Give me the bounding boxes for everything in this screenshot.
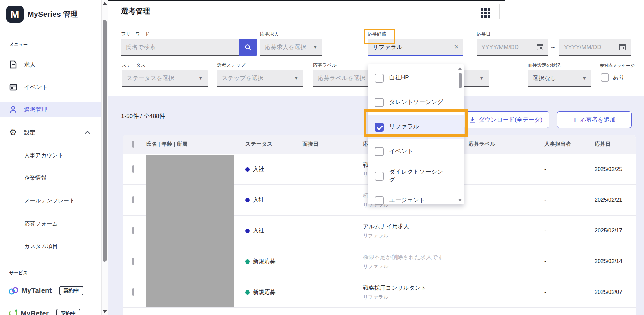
calendar-icon[interactable] xyxy=(619,44,626,50)
checkbox-icon[interactable] xyxy=(375,123,384,132)
freeword-label: フリーワード xyxy=(121,31,149,37)
sidebar-item-events[interactable]: イベント xyxy=(0,79,101,95)
select-all-checkbox[interactable] xyxy=(132,141,134,148)
hr-manager-cell: - xyxy=(544,228,595,234)
sidebar-item-jobs[interactable]: 求人 xyxy=(0,57,101,73)
route-option[interactable]: リファラル xyxy=(368,115,464,139)
status-dot-icon xyxy=(245,167,250,172)
status-dot-icon xyxy=(245,290,250,295)
row-checkbox[interactable] xyxy=(132,288,134,296)
apply-date-cell: 2025/02/17 xyxy=(595,228,636,234)
interview-setting-value: 選択なし xyxy=(533,74,556,82)
sidebar-item-label: イベント xyxy=(24,83,48,91)
row-checkbox[interactable] xyxy=(132,196,134,203)
row-checkbox[interactable] xyxy=(132,165,134,173)
scroll-down-arrow[interactable] xyxy=(103,310,107,313)
row-checkbox[interactable] xyxy=(132,258,134,265)
freeword-input[interactable]: 氏名で検索 xyxy=(121,39,239,56)
route-option[interactable]: タレントソーシング xyxy=(368,90,464,115)
dropdown-scrollbar[interactable] xyxy=(458,67,462,202)
checkbox-icon[interactable] xyxy=(375,147,384,156)
download-icon xyxy=(469,117,476,123)
calendar-icon[interactable] xyxy=(537,44,543,50)
download-button[interactable]: ダウンロード(全データ) xyxy=(462,111,549,128)
sidebar-item-settings[interactable]: ⚙ 設定 xyxy=(0,124,101,140)
brand: M MySeries 管理 xyxy=(6,6,78,23)
status-label: 入社 xyxy=(253,227,264,235)
download-label: ダウンロード(全データ) xyxy=(479,116,542,124)
apps-grid-icon[interactable] xyxy=(481,8,490,18)
job-filter-select[interactable]: 応募求人を選択 ▼ xyxy=(260,39,322,56)
status-cell: 新規応募 xyxy=(245,258,302,265)
step-filter-label: 選考ステップ xyxy=(217,62,245,68)
status-cell: 入社 xyxy=(245,165,302,173)
sidebar-item-label: 設定 xyxy=(24,128,36,136)
scrollbar-thumb[interactable] xyxy=(459,73,462,88)
apply-date-to-input[interactable]: YYYY/MM/DD xyxy=(559,39,631,56)
sidebar-subitem-custom-fields[interactable]: カスタム項目 xyxy=(24,243,58,250)
unread-message-checkbox[interactable] xyxy=(601,73,609,82)
job-route: リファラル xyxy=(363,294,468,300)
status-filter-select[interactable]: ステータスを選択 ▼ xyxy=(122,70,208,87)
sidebar-subitem-application-form[interactable]: 応募フォーム xyxy=(24,220,58,228)
route-option-label: エージェント xyxy=(389,197,425,204)
step-filter-select[interactable]: ステップを選択 ▼ xyxy=(217,70,303,87)
route-option[interactable]: イベント xyxy=(368,139,464,164)
scroll-up-arrow[interactable] xyxy=(103,2,107,5)
mytalent-logo-icon xyxy=(8,286,19,295)
page-title: 選考管理 xyxy=(121,6,150,16)
col-name: 氏名 | 年齢 | 所属 xyxy=(146,141,245,148)
checkbox-icon[interactable] xyxy=(375,74,384,83)
person-icon xyxy=(9,106,17,113)
route-option-list: 自社HP タレントソーシング リファラル イベント ダイレクトソーシング エージ… xyxy=(368,66,464,213)
add-applicant-button[interactable]: + 応募者を追加 xyxy=(557,111,632,128)
service-myrefer[interactable]: MyRefer 契約中 xyxy=(8,308,80,315)
clear-icon[interactable]: × xyxy=(454,43,459,51)
sidebar-item-selection-management[interactable]: 選考管理 xyxy=(0,102,101,117)
sidebar-scrollbar[interactable] xyxy=(101,0,108,315)
route-option-label: リファラル xyxy=(389,123,419,131)
checkbox-icon[interactable] xyxy=(375,172,384,181)
label-filter-placeholder: 応募ラベルを選択 xyxy=(318,74,366,82)
job-route: リファラル xyxy=(363,263,468,270)
row-checkbox[interactable] xyxy=(132,227,134,234)
plus-icon: + xyxy=(573,116,577,123)
route-option[interactable]: エージェント xyxy=(368,188,464,213)
route-filter-select[interactable]: リファラル × xyxy=(368,39,463,56)
status-label: 新規応募 xyxy=(253,288,276,296)
sidebar-subitem-mail-templates[interactable]: メールテンプレート xyxy=(24,197,75,204)
apply-date-from-input[interactable]: YYYY/MM/DD xyxy=(477,39,548,56)
checkbox-icon[interactable] xyxy=(375,196,384,205)
scrollbar-thumb[interactable] xyxy=(103,20,107,262)
checkbox-icon[interactable] xyxy=(375,98,384,107)
route-option-label: 自社HP xyxy=(389,74,409,82)
status-label: 新規応募 xyxy=(253,258,276,265)
date-placeholder: YYYY/MM/DD xyxy=(481,44,519,51)
sidebar-item-label: 選考管理 xyxy=(24,106,47,114)
interview-setting-select[interactable]: 選択なし ▼ xyxy=(528,70,591,87)
search-button[interactable] xyxy=(239,39,257,56)
service-mytalent[interactable]: MyTalent 契約中 xyxy=(8,286,83,295)
col-status: ステータス xyxy=(245,141,302,148)
scroll-up-arrow[interactable] xyxy=(458,67,462,70)
job-title: 戦略採用コンサルタント xyxy=(363,284,468,292)
route-option[interactable]: 自社HP xyxy=(368,66,464,90)
sidebar-subitem-company-info[interactable]: 企業情報 xyxy=(24,174,46,182)
apply-date-cell: 2025/02/25 xyxy=(595,166,636,172)
caret-down-icon: ▼ xyxy=(294,76,298,81)
scroll-down-arrow[interactable] xyxy=(458,199,462,202)
table-row[interactable]: テスト xyxy=(123,307,636,315)
apply-date-cell: 2025/02/14 xyxy=(595,258,636,265)
col-interview-date: 面接日 xyxy=(302,141,363,148)
route-option[interactable]: ダイレクトソーシング xyxy=(368,164,464,188)
caret-down-icon: ▼ xyxy=(198,76,203,81)
services-section-label: サービス xyxy=(9,270,28,276)
app-logo: M xyxy=(6,6,24,23)
label-filter-label: 応募ラベル xyxy=(313,62,337,68)
caret-down-icon: ▼ xyxy=(313,45,318,50)
sidebar-subitem-hr-accounts[interactable]: 人事アカウント xyxy=(24,152,64,159)
status-dot-icon xyxy=(245,198,250,202)
hr-manager-cell: - xyxy=(544,197,595,203)
job-filter-label: 応募求人 xyxy=(260,31,279,37)
apply-date-cell: 2025/02/21 xyxy=(595,197,636,203)
